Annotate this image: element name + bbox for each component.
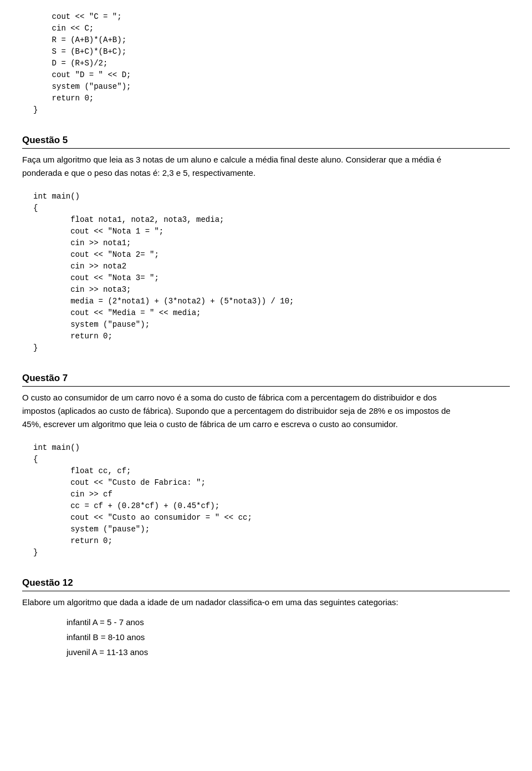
section5-code: int main() { float nota1, nota2, nota3, …	[22, 185, 510, 359]
section7-code: int main() { float cc, cf; cout << "Cust…	[22, 437, 510, 564]
top-code-block: cout << "C = "; cin << C; R = (A+B)*(A+B…	[22, 11, 510, 121]
section7-text: O custo ao consumidor de um carro novo é…	[22, 391, 510, 431]
section12-heading: Questão 12	[22, 577, 510, 591]
section12-list: infantil A = 5 - 7 anos infantil B = 8-1…	[66, 615, 510, 660]
list-item: infantil B = 8-10 anos	[66, 630, 510, 645]
section5-heading: Questão 5	[22, 135, 510, 149]
list-item: infantil A = 5 - 7 anos	[66, 615, 510, 630]
section7-heading: Questão 7	[22, 373, 510, 387]
section12-text: Elabore um algoritmo que dada a idade de…	[22, 596, 510, 609]
section5-text: Faça um algoritmo que leia as 3 notas de…	[22, 153, 510, 180]
list-item: juvenil A = 11-13 anos	[66, 645, 510, 660]
